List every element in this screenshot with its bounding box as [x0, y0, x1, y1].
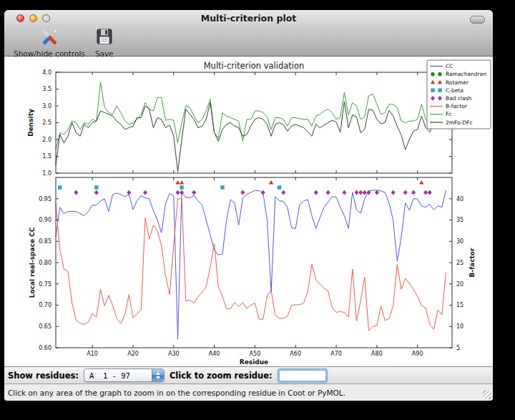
plot-legend: CCRamachandranRotamerC-betaBad clashB-fa…: [427, 60, 491, 129]
svg-text:A30: A30: [168, 351, 180, 357]
title-bar: Multi-criterion plot Show/hide controls: [4, 10, 493, 57]
svg-text:Ramachandran: Ramachandran: [446, 71, 486, 77]
status-message: Click on any area of the graph to zoom i…: [8, 389, 345, 397]
svg-text:0.95: 0.95: [39, 196, 52, 202]
close-button[interactable]: [16, 14, 24, 22]
show-residues-select[interactable]: A 1 - 97: [84, 368, 165, 382]
show-residues-value: A 1 - 97: [84, 371, 152, 380]
multi-criterion-plot[interactable]: Multi-criterion validation1.01.52.02.53.…: [4, 57, 493, 366]
svg-text:0.70: 0.70: [39, 302, 52, 308]
show-residues-label: Show residues:: [8, 371, 79, 381]
svg-text:15: 15: [456, 302, 464, 308]
svg-text:0.75: 0.75: [39, 281, 52, 288]
plot-canvas: Multi-criterion validation1.01.52.02.53.…: [4, 57, 493, 366]
svg-text:0.80: 0.80: [39, 260, 52, 266]
svg-text:10: 10: [456, 323, 464, 330]
zoom-button[interactable]: [42, 14, 50, 22]
svg-text:30: 30: [456, 238, 464, 245]
save-button[interactable]: Save: [95, 25, 114, 58]
svg-text:20: 20: [456, 281, 464, 288]
tools-icon: [39, 27, 60, 49]
zoom-residue-label: Click to zoom residue:: [170, 371, 273, 381]
plot-title: Multi-criterion validation: [204, 61, 305, 71]
resize-grip-icon[interactable]: [483, 391, 491, 399]
window-controls: [16, 14, 50, 22]
svg-text:0.85: 0.85: [39, 238, 52, 245]
svg-text:Rotamer: Rotamer: [446, 79, 469, 86]
svg-text:A20: A20: [127, 351, 139, 357]
stepper-icon: [152, 369, 164, 381]
toolbar: Show/hide controls Save: [4, 25, 493, 56]
svg-text:A90: A90: [412, 351, 423, 357]
status-bar: Click on any area of the graph to zoom i…: [4, 384, 493, 401]
top-ylabel: Density: [27, 109, 34, 137]
svg-text:1.5: 1.5: [42, 153, 52, 160]
svg-text:A70: A70: [330, 351, 342, 357]
controls-bar: Show residues: A 1 - 97 Click to zoom re…: [4, 366, 493, 384]
svg-text:Fc: Fc: [446, 111, 451, 117]
svg-text:5: 5: [456, 345, 460, 351]
svg-text:A60: A60: [290, 351, 301, 357]
svg-text:0.90: 0.90: [39, 217, 52, 223]
zoom-residue-input[interactable]: [279, 370, 326, 381]
show-hide-controls-button[interactable]: Show/hide controls: [14, 25, 85, 58]
svg-text:B-factor: B-factor: [446, 103, 468, 109]
save-icon: [95, 27, 114, 49]
bottom-ylabel-right: B-factor: [469, 248, 476, 277]
multi-criterion-plot-window: Multi-criterion plot Show/hide controls: [4, 10, 493, 400]
xlabel: Residue: [240, 358, 268, 366]
svg-text:A50: A50: [250, 351, 261, 357]
svg-text:0.60: 0.60: [39, 345, 52, 351]
svg-text:4.0: 4.0: [42, 69, 52, 76]
svg-text:3.5: 3.5: [42, 86, 52, 92]
svg-text:2mFo-DFc: 2mFo-DFc: [446, 119, 473, 126]
svg-text:3.0: 3.0: [42, 103, 52, 109]
svg-text:40: 40: [456, 196, 464, 202]
toolbar-toggle-button[interactable]: [470, 16, 485, 24]
svg-text:Bad clash: Bad clash: [446, 95, 472, 102]
svg-text:CC: CC: [446, 63, 453, 69]
svg-text:2.5: 2.5: [42, 119, 52, 126]
svg-text:0.65: 0.65: [39, 323, 52, 330]
svg-text:1.0: 1.0: [42, 170, 52, 177]
svg-text:C-beta: C-beta: [446, 87, 464, 94]
window-title: Multi-criterion plot: [54, 13, 443, 24]
svg-text:25: 25: [456, 260, 464, 266]
minimize-button[interactable]: [29, 14, 37, 22]
svg-text:A40: A40: [209, 351, 220, 357]
svg-text:2.0: 2.0: [42, 137, 52, 143]
bottom-ylabel-left: Local real-space CC: [29, 227, 36, 298]
svg-text:35: 35: [456, 217, 464, 223]
svg-text:A10: A10: [87, 351, 98, 357]
svg-text:A80: A80: [371, 351, 383, 357]
